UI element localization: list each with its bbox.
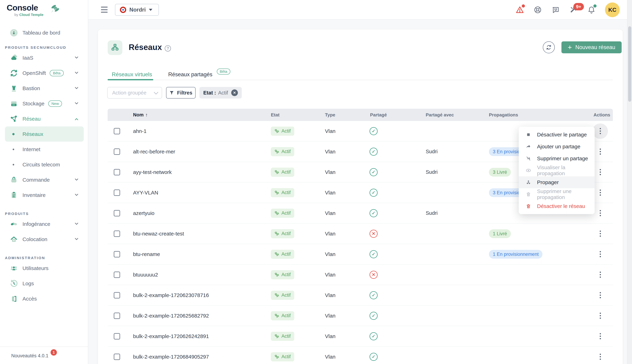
status-badge: Actif: [271, 311, 294, 320]
tools-button[interactable]: 9+: [569, 6, 578, 14]
row-actions-kebab[interactable]: [592, 226, 608, 242]
row-checkbox[interactable]: [114, 333, 120, 340]
tenant-name: Nordri: [129, 7, 146, 13]
shared-status-icon: [369, 189, 378, 197]
chevron-down-icon: [74, 177, 79, 183]
refresh-button[interactable]: [543, 42, 555, 53]
active-tab-indicator: [108, 79, 153, 80]
table-header: Nom↑ Etat Type Partagé Partagé avec Prop…: [108, 109, 613, 121]
sidebar-item-iaas[interactable]: IaaS: [0, 50, 88, 66]
row-actions-kebab[interactable]: [592, 349, 608, 364]
sidebar-item-bastion[interactable]: Bastion: [0, 81, 88, 96]
stop-square-icon: [525, 132, 531, 138]
sidebar-item-dashboard[interactable]: Tableau de bord: [0, 26, 88, 39]
table-row: btuuuuuu2 Actif Vlan: [108, 264, 613, 285]
sidebar-item-internet[interactable]: Internet: [5, 142, 84, 157]
help-icon[interactable]: [165, 45, 171, 52]
network-status-icon: [274, 354, 279, 359]
sidebar-item-utilisateurs[interactable]: Utilisateurs: [0, 260, 88, 276]
menu-item-ajouter-partage[interactable]: Ajouter un partage: [519, 140, 595, 152]
chevron-down-icon: [74, 236, 79, 242]
new-network-button[interactable]: + Nouveau réseau: [561, 42, 622, 53]
lifebuoy-icon: [534, 6, 542, 14]
sidebar-section-secnumcloud: PRODUITS SECNUMCLOUD: [0, 45, 88, 50]
row-checkbox[interactable]: [114, 190, 120, 196]
row-actions-kebab[interactable]: [592, 124, 608, 139]
row-actions-kebab[interactable]: [592, 164, 608, 180]
row-actions-kebab[interactable]: [592, 308, 608, 324]
chip-close-icon[interactable]: [231, 90, 238, 96]
sidebar-item-reseaux[interactable]: Réseaux: [5, 126, 84, 142]
row-actions-kebab[interactable]: [592, 185, 608, 200]
row-checkbox[interactable]: [114, 251, 120, 258]
row-actions-kebab[interactable]: [592, 246, 608, 262]
page-scrollbar[interactable]: [627, 0, 632, 364]
network-type: Vlan: [315, 149, 359, 155]
row-actions-kebab[interactable]: [592, 206, 608, 221]
status-badge: Actif: [271, 229, 294, 238]
row-actions-kebab[interactable]: [592, 267, 608, 282]
sidebar-item-stockage[interactable]: Stockage New: [0, 96, 88, 111]
chevron-down-icon: [74, 55, 79, 61]
sidebar-item-colocation[interactable]: Colocation: [0, 232, 88, 247]
scrollbar-thumb[interactable]: [628, 26, 631, 102]
network-name: btu-rename: [129, 251, 262, 257]
menu-item-propager[interactable]: Propager: [519, 176, 595, 188]
shared-status-icon: [369, 332, 378, 340]
tab-reseaux-partages[interactable]: Réseaux partagés Bêta: [164, 71, 217, 78]
menu-item-desactiver-reseau[interactable]: Désactiver le réseau: [519, 200, 595, 212]
sidebar-item-reseau[interactable]: Réseau: [0, 111, 88, 126]
bag-icon: [10, 176, 18, 184]
sidebar-footer: Nouveautés 4.0.1 1: [0, 346, 88, 364]
support-button[interactable]: [533, 6, 542, 14]
menu-item-desactiver-partage[interactable]: Désactiver le partage: [519, 129, 595, 140]
row-actions-kebab[interactable]: [592, 144, 608, 160]
whats-new-link[interactable]: Nouveautés 4.0.1: [11, 353, 49, 358]
row-actions-kebab[interactable]: [592, 328, 608, 344]
row-checkbox[interactable]: [114, 313, 120, 319]
sidebar-item-infogerance[interactable]: Infogérance: [0, 216, 88, 232]
sidebar-item-circuits-telecom[interactable]: Circuits telecom: [5, 157, 84, 172]
row-checkbox[interactable]: [114, 169, 120, 175]
tab-reseaux-virtuels[interactable]: Réseaux virtuels: [108, 71, 156, 78]
row-actions-kebab[interactable]: [592, 288, 608, 303]
shared-status-icon: [369, 168, 378, 176]
status-badge: Actif: [271, 188, 294, 197]
menu-item-visualiser-propagation[interactable]: Visualiser la propagation: [519, 164, 595, 176]
menu-item-supprimer-propagation[interactable]: Supprimer une propagation: [519, 188, 595, 200]
sidebar-item-inventaire[interactable]: Inventaire: [0, 188, 88, 203]
column-header-nom[interactable]: Nom↑: [129, 112, 262, 118]
sidebar-item-acces[interactable]: Accès: [0, 291, 88, 306]
alerts-button[interactable]: [515, 6, 524, 14]
row-context-menu: Désactiver le partage Ajouter un partage…: [519, 127, 595, 214]
topbar: Nordri 9+ KC: [88, 0, 632, 20]
user-avatar[interactable]: KC: [605, 2, 620, 17]
shared-status-icon: [369, 312, 378, 320]
row-checkbox[interactable]: [114, 230, 120, 237]
filters-button[interactable]: Filtres: [166, 87, 195, 98]
notifications-button[interactable]: [587, 6, 596, 14]
network-name: azertyuio: [129, 210, 262, 216]
row-checkbox[interactable]: [114, 354, 120, 360]
sidebar-item-openshift[interactable]: OpenShift Bêta: [0, 66, 88, 81]
tenant-selector[interactable]: Nordri: [115, 4, 159, 16]
sidebar-item-logs[interactable]: Logs: [0, 276, 88, 291]
sidebar-item-label: Tableau de bord: [23, 30, 60, 36]
row-checkbox[interactable]: [114, 210, 120, 216]
sidebar-item-commande[interactable]: Commande: [0, 172, 88, 188]
new-badge: New: [48, 100, 62, 107]
bulk-action-dropdown[interactable]: Action groupée: [107, 87, 162, 98]
row-checkbox[interactable]: [114, 272, 120, 278]
shared-with: Sudri: [413, 210, 476, 216]
hamburger-menu-icon[interactable]: [101, 7, 108, 12]
row-checkbox[interactable]: [114, 128, 120, 134]
tenant-roundel-icon: [120, 7, 126, 13]
status-badge: Actif: [271, 147, 294, 156]
network-name: alt-rec-before-mer: [129, 149, 262, 155]
row-checkbox[interactable]: [114, 292, 120, 298]
network-name: bulk-2-example-1720684905297: [129, 354, 262, 360]
status-badge: Actif: [271, 291, 294, 300]
feedback-button[interactable]: [551, 6, 560, 14]
menu-item-supprimer-partage[interactable]: Supprimer un partage: [519, 152, 595, 164]
row-checkbox[interactable]: [114, 148, 120, 155]
